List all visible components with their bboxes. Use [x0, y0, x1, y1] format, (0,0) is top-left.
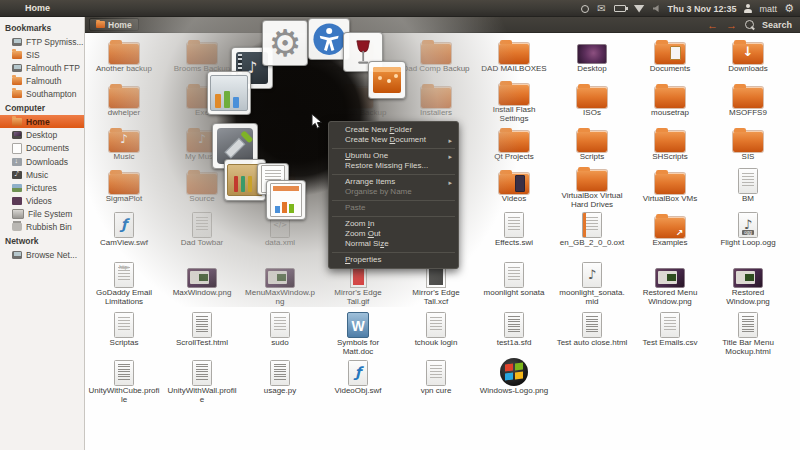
file-item[interactable]: SigmaPlot [85, 166, 163, 210]
sidebar-item-desktop[interactable]: Desktop [0, 128, 84, 141]
search-label[interactable]: Search [762, 20, 792, 30]
menu-item-create-new-folder[interactable]: Create New Folder [330, 125, 457, 135]
file-item[interactable]: ↓Downloads [709, 36, 787, 80]
menu-item-ubuntu-one[interactable]: Ubuntu One▸ [330, 151, 457, 161]
file-item[interactable]: DAD MAILBOXES [475, 36, 553, 80]
file-item[interactable]: VirtualBox Virtual Hard Drives [553, 166, 631, 210]
sidebar-item-falmouth-ftp[interactable]: Falmouth FTP [0, 61, 84, 74]
search-icon[interactable] [745, 20, 754, 29]
file-item[interactable]: Qt Projects [475, 124, 553, 166]
file-icon [114, 358, 134, 386]
file-item[interactable]: UnityWithWall.profile [163, 358, 241, 418]
network-icon[interactable] [634, 5, 645, 13]
file-item[interactable]: Windows-Logo.png [475, 358, 553, 418]
mail-icon[interactable]: ✉ [597, 4, 605, 14]
messaging-icon[interactable] [581, 5, 589, 13]
volume-muted-icon[interactable] [653, 5, 659, 12]
file-item[interactable]: MSOFFS9 [709, 80, 787, 124]
file-label: GoDaddy Email Limitations [88, 289, 160, 307]
file-item[interactable]: ƒCamView.swf [85, 210, 163, 260]
session-gear-icon[interactable]: ⚙ [784, 3, 794, 14]
file-item[interactable]: SIS [709, 124, 787, 166]
battery-icon[interactable] [614, 5, 626, 12]
menu-item-normal-size[interactable]: Normal Size [330, 239, 457, 249]
folder-icon [265, 124, 295, 152]
file-item[interactable]: ↗Examples [631, 210, 709, 260]
file-label: Qt Projects [494, 153, 534, 162]
file-icon [504, 260, 524, 288]
file-item[interactable]: ♪Music [85, 124, 163, 166]
file-item[interactable]: test1a.sfd [475, 310, 553, 358]
sidebar-item-file-system[interactable]: File System [0, 207, 84, 220]
file-item[interactable]: MenuMaxWindow.png [241, 260, 319, 310]
back-button[interactable]: ← [707, 19, 718, 31]
file-item[interactable]: ♪oggFlight Loop.ogg [709, 210, 787, 260]
file-item[interactable]: ScrollTest.html [163, 310, 241, 358]
file-item[interactable]: moonlight sonata [475, 260, 553, 310]
sidebar-item-videos[interactable]: Videos [0, 194, 84, 207]
menu-item-zoom-out[interactable]: Zoom Out [330, 229, 457, 239]
file-item[interactable]: sudo [241, 310, 319, 358]
file-item[interactable]: tchouk login [397, 310, 475, 358]
package-box-icon[interactable] [368, 61, 406, 99]
file-item[interactable]: Install Flash Settings [475, 80, 553, 124]
sidebar-section-computer: Computer [0, 100, 84, 115]
sidebar-item-pictures[interactable]: Pictures [0, 181, 84, 194]
gear-icon[interactable]: ⚙ [262, 20, 308, 66]
menu-item-properties[interactable]: Properties [330, 255, 457, 265]
file-item[interactable]: SHScripts [631, 124, 709, 166]
file-item[interactable]: Scriptas [85, 310, 163, 358]
file-item[interactable]: Another backup [85, 36, 163, 80]
file-item[interactable]: usage.py [241, 358, 319, 418]
sidebar-item-rubbish-bin[interactable]: Rubbish Bin [0, 220, 84, 233]
file-item[interactable]: Scripts [553, 124, 631, 166]
home-folder-icon [12, 118, 22, 126]
chemistry-set-icon[interactable] [207, 71, 251, 115]
submenu-arrow-icon: ▸ [448, 136, 452, 146]
file-item[interactable]: ISOs [553, 80, 631, 124]
sidebar-item-documents[interactable]: Documents [0, 141, 84, 155]
forward-button[interactable]: → [726, 19, 737, 31]
file-label: Dad Towbar [181, 239, 224, 248]
sidebar-item-home[interactable]: Home [0, 115, 84, 128]
username[interactable]: matt [760, 4, 778, 14]
file-item[interactable]: vpn cure [397, 358, 475, 418]
breadcrumb-home-button[interactable]: Home [89, 18, 139, 31]
file-item[interactable]: UnityWithCube.profile [85, 358, 163, 418]
clock[interactable]: Thu 3 Nov 12:35 [668, 4, 737, 14]
menu-item-arrange-items[interactable]: Arrange Items▸ [330, 177, 457, 187]
menu-item-create-new-document[interactable]: Create New Document▸ [330, 135, 457, 145]
file-item[interactable]: Videos [475, 166, 553, 210]
file-item[interactable]: WSymbols for Matt.doc [319, 310, 397, 358]
sidebar-item-browse-net-[interactable]: Browse Net... [0, 248, 84, 261]
file-item[interactable]: Test Emails.csv [631, 310, 709, 358]
file-item[interactable]: MaxWindow.png [163, 260, 241, 310]
file-item[interactable]: Test auto close.html [553, 310, 631, 358]
sidebar-item-falmouth[interactable]: Falmouth [0, 74, 84, 87]
file-item[interactable]: Effects.swi [475, 210, 553, 260]
file-item[interactable]: mousetrap [631, 80, 709, 124]
file-item[interactable]: Dad Towbar [163, 210, 241, 260]
file-item[interactable]: http:GoDaddy Email Limitations [85, 260, 163, 310]
menu-item-restore-missing-files[interactable]: Restore Missing Files... [330, 161, 457, 171]
chart-document-icon[interactable] [266, 180, 306, 220]
sidebar-item-music[interactable]: Music [0, 168, 84, 181]
sidebar-item-ftp-spymiss-[interactable]: FTP Spymiss... [0, 35, 84, 48]
menu-item-zoom-in[interactable]: Zoom In [330, 219, 457, 229]
file-item[interactable]: Installers [397, 80, 475, 124]
file-item[interactable]: ♪moonlight_sonata.mid [553, 260, 631, 310]
file-item[interactable]: VirtualBox VMs [631, 166, 709, 210]
file-item[interactable]: dwhelper [85, 80, 163, 124]
sidebar-item-sis[interactable]: SIS [0, 48, 84, 61]
sidebar-item-southampton[interactable]: Southampton [0, 87, 84, 100]
file-item[interactable]: Documents [631, 36, 709, 80]
file-item[interactable]: Dad Comp Backup [397, 36, 475, 80]
file-item[interactable]: ƒVideoObj.swf [319, 358, 397, 418]
sidebar-item-downloads[interactable]: Downloads [0, 155, 84, 168]
file-item[interactable]: Desktop [553, 36, 631, 80]
file-item[interactable]: Restored Window.png [709, 260, 787, 310]
file-item[interactable]: en_GB_2_0_0.oxt [553, 210, 631, 260]
file-item[interactable]: Title Bar Menu Mockup.html [709, 310, 787, 358]
file-item[interactable]: BM [709, 166, 787, 210]
file-item[interactable]: Restored Menu Window.png [631, 260, 709, 310]
